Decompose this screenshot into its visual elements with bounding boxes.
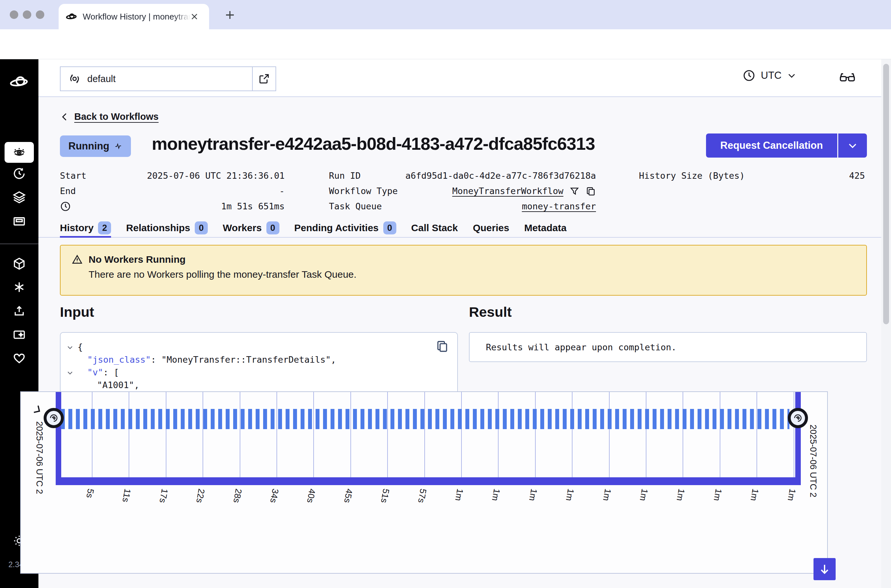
app-header: default UTC [38, 59, 891, 97]
timeline-gridline [794, 392, 794, 477]
sidebar-item-feedback[interactable] [0, 351, 38, 365]
warning-triangle-icon [72, 254, 83, 265]
namespace-external-link-button[interactable] [253, 66, 276, 91]
temporal-logo-icon[interactable] [0, 72, 38, 92]
workflow-type-label: Workflow Type [329, 186, 398, 196]
tab-metadata[interactable]: Metadata [524, 219, 567, 237]
tab-workers[interactable]: Workers0 [223, 219, 279, 237]
history-size-value: 425 [849, 171, 865, 181]
timeline-tick-label: 1m [786, 488, 798, 502]
window-close-button[interactable] [10, 10, 18, 19]
warning-message: There are no Workers polling the money-t… [72, 269, 855, 280]
timeline-tick-label: 51s [379, 488, 391, 504]
page-scrollbar[interactable] [881, 59, 891, 588]
json-code-line: { [61, 342, 457, 354]
start-value: 2025-07-06 UTC 21:36:36.01 [147, 171, 285, 181]
timeline-tick-label: 40s [305, 488, 317, 504]
window-zoom-button[interactable] [36, 10, 44, 19]
timeline-running-span[interactable] [61, 409, 789, 429]
browser-tabstrip: Workflow History | moneytran [0, 0, 891, 29]
tab-label: Call Stack [411, 222, 458, 234]
timeline-gridline [720, 392, 720, 477]
copy-input-icon[interactable] [436, 340, 449, 353]
namespace-selector[interactable]: default [60, 66, 253, 91]
cancellation-dropdown-button[interactable] [838, 134, 867, 158]
timeline-gridline [424, 392, 425, 477]
page-scrollbar-thumb[interactable] [883, 64, 889, 324]
tab-relationships[interactable]: Relationships0 [126, 219, 208, 237]
tab-history[interactable]: History2 [60, 219, 111, 237]
timeline-axis-bar [56, 477, 801, 485]
tab-label: Pending Activities [294, 222, 379, 234]
sidebar-item-namespaces[interactable] [0, 190, 38, 204]
timeline-tick-label: 1m [674, 488, 687, 502]
chevron-down-icon [847, 140, 858, 151]
timeline-gridline [609, 392, 610, 477]
result-placeholder: Results will appear upon completion. [486, 342, 676, 352]
window-minimize-button[interactable] [23, 10, 31, 19]
run-id-label: Run ID [329, 171, 361, 181]
event-history-timeline[interactable]: 2025-07-06 UTC 2 2025-07-06 UTC 2 5s11s1… [20, 392, 828, 574]
sidebar-item-import[interactable] [0, 304, 38, 318]
timeline-gridline [498, 392, 499, 477]
sidebar-item-batch-operations[interactable] [0, 280, 38, 294]
new-tab-button[interactable] [224, 9, 236, 21]
timeline-gridline [535, 392, 536, 477]
heartbeat-icon [114, 142, 123, 150]
sidebar-item-archival[interactable] [0, 214, 38, 228]
workflow-type-link[interactable]: MoneyTransferWorkflow [452, 186, 563, 196]
tab-count-badge: 0 [266, 221, 279, 234]
sidebar-item-workflows[interactable] [4, 142, 34, 163]
workflow-latest-event-marker[interactable] [788, 408, 808, 428]
history-size-label: History Size (Bytes) [639, 171, 745, 181]
timeline-tick-label: 1m [453, 488, 465, 502]
favicon-temporal-icon [66, 11, 77, 22]
timeline-tick-label: 28s [231, 488, 244, 504]
namespace-switch-icon [68, 73, 81, 85]
tab-label: Relationships [126, 222, 190, 234]
browser-tab[interactable]: Workflow History | moneytran [58, 4, 209, 29]
timeline-start-date-label: 2025-07-06 UTC 2 [34, 421, 44, 494]
tab-count-badge: 0 [195, 221, 208, 234]
clock-icon [742, 69, 756, 82]
tab-call-stack[interactable]: Call Stack [411, 219, 458, 237]
timeline-end-date-label: 2025-07-06 UTC 2 [808, 424, 818, 498]
copy-icon[interactable] [585, 186, 596, 196]
timeline-tick-label: 11s [120, 488, 133, 503]
tab-close-icon[interactable] [190, 12, 199, 21]
timeline-tick-label: 1m [712, 488, 724, 502]
tab-title: Workflow History | moneytran [83, 12, 190, 22]
timeline-tick-label: 1m [490, 488, 502, 502]
task-queue-link[interactable]: money-transfer [522, 201, 596, 211]
request-cancellation-button[interactable]: Request Cancellation [706, 134, 837, 158]
sidebar-item-labs[interactable] [0, 327, 38, 342]
browser-navbar: localhost:8080/namespaces/default/workfl… [0, 29, 891, 59]
chevron-down-icon [787, 70, 796, 80]
tab-queries[interactable]: Queries [473, 219, 509, 237]
run-id-value: a6fd95d1-da0c-4d2e-a77c-786f3d76218a [405, 171, 596, 181]
collapse-chevron-icon[interactable] [66, 344, 74, 351]
timeline-tick-label: 1m [564, 488, 576, 502]
labs-glasses-icon[interactable] [839, 70, 856, 85]
scroll-to-bottom-button[interactable] [813, 558, 836, 580]
tab-count-badge: 2 [98, 221, 111, 234]
timeline-gridline [387, 392, 388, 477]
tab-label: Workers [223, 222, 262, 234]
filter-icon[interactable] [569, 186, 580, 196]
collapse-chevron-icon[interactable] [66, 369, 74, 376]
sidebar-item-nexus[interactable] [0, 256, 38, 271]
workflow-started-marker[interactable] [44, 408, 64, 428]
timezone-selector[interactable]: UTC [742, 69, 796, 82]
sidebar-item-schedules[interactable] [0, 167, 38, 180]
status-badge[interactable]: Running [60, 135, 131, 157]
timeline-gridline [756, 392, 757, 477]
timeline-tick-label: 1m [527, 488, 539, 502]
back-to-workflows-link[interactable]: Back to Workflows [60, 111, 159, 122]
input-heading: Input [60, 304, 94, 320]
timezone-label: UTC [761, 70, 782, 81]
timeline-gridline [240, 392, 240, 477]
json-code-line: "json_class": "MoneyTransfer::TransferDe… [61, 354, 457, 367]
timeline-gridline [313, 392, 314, 477]
tab-pending-activities[interactable]: Pending Activities0 [294, 219, 396, 237]
result-card: Results will appear upon completion. [469, 332, 867, 362]
